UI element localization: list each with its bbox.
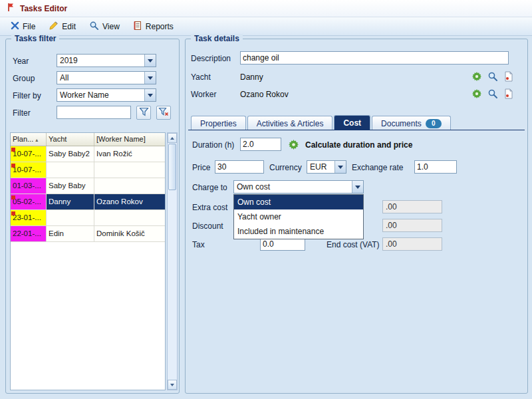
calculate-gear-icon[interactable] [287,138,300,151]
window-title: Tasks Editor [20,4,67,13]
table-row[interactable]: 22-01-... Edin Dominik Košič [11,226,165,242]
cell-yacht[interactable]: Edin [47,226,94,242]
menu-edit-label: Edit [62,22,76,31]
column-header-plan[interactable]: Plan... [11,133,47,146]
table-row[interactable]: 10-07-... [11,162,165,178]
menu-file-label: File [23,22,35,31]
dropdown-option-included-maintenance[interactable]: Included in maintenance [234,224,363,239]
discount-label: Discount [192,221,223,231]
table-header: Plan... Yacht [Worker Name] [11,133,165,146]
app-icon [7,3,15,14]
worker-search-icon[interactable] [486,87,499,100]
tab-cost[interactable]: Cost [334,115,370,130]
calculate-label: Calculate duration and price [305,140,412,150]
tax-input[interactable] [260,237,305,251]
task-details-panel: Task details Description Yacht Danny Wor… [185,39,528,394]
menu-bar: File Edit View Reports [0,17,532,36]
tab-properties[interactable]: Properties [191,116,246,130]
cell-plan[interactable]: 10-07-... [11,162,47,178]
charge-to-value: Own cost [234,182,352,192]
year-combo[interactable]: 2019 [57,54,156,67]
funnel-icon [139,107,149,118]
title-bar: Tasks Editor [0,0,532,17]
chevron-down-icon[interactable] [334,161,346,173]
cell-worker[interactable] [94,178,165,194]
cell-yacht[interactable]: Danny [47,194,94,210]
scroll-up-icon[interactable] [168,133,177,143]
column-header-worker[interactable]: [Worker Name] [94,133,165,146]
filterby-label: Filter by [13,91,41,100]
chevron-down-icon[interactable] [144,55,156,66]
yacht-settings-gear-icon[interactable] [470,70,483,83]
table-row[interactable]: 01-03-... Saby Baby [11,178,165,194]
charge-to-dropdown: Own cost Yacht owner Included in mainten… [233,194,364,239]
end-cost-field: .00 [382,237,442,251]
table-row[interactable]: 10-07-... Saby Baby2 Ivan Rožić [11,146,165,162]
currency-combo[interactable]: EUR [307,160,346,174]
currency-label: Currency [269,163,302,172]
pencil-icon [49,21,59,33]
cell-yacht[interactable]: Saby Baby [47,178,94,194]
group-combo[interactable]: All [57,71,156,84]
file-icon [11,21,19,32]
cell-plan[interactable]: 22-01-... [11,226,47,242]
cell-plan[interactable]: 05-02-... [11,194,47,210]
filter-input[interactable] [57,106,131,119]
worker-document-icon[interactable] [502,87,515,100]
description-input[interactable] [240,51,509,65]
cell-worker[interactable]: Dominik Košič [94,226,165,242]
yacht-label: Yacht [191,72,211,82]
tab-documents[interactable]: Documents 0 [372,116,451,130]
table-scrollbar[interactable] [167,132,178,390]
tasks-filter-title: Tasks filter [11,34,59,43]
currency-value: EUR [307,162,334,172]
cell-plan[interactable]: 23-01-... [11,210,47,226]
chevron-down-icon[interactable] [352,181,363,193]
duration-input[interactable] [240,138,281,151]
table-row-selected[interactable]: 05-02-... Danny Ozano Rokov [11,194,165,210]
chevron-down-icon[interactable] [144,89,156,101]
tab-activities-articles[interactable]: Activities & Articles [247,116,333,130]
documents-count-badge: 0 [426,119,442,128]
menu-reports-label: Reports [146,22,174,31]
charge-to-label: Charge to [192,183,227,192]
worker-settings-gear-icon[interactable] [470,87,483,100]
exchange-rate-label: Exchange rate [352,163,403,172]
marker-icon [11,211,15,215]
cell-worker[interactable] [94,162,165,178]
scrollbar-thumb[interactable] [168,144,176,190]
yacht-value: Danny [240,72,263,82]
dropdown-option-yacht-owner[interactable]: Yacht owner [234,209,363,224]
scroll-down-icon[interactable] [168,380,177,390]
price-input[interactable] [215,160,264,174]
cell-worker[interactable]: Ivan Rožić [94,146,165,162]
cell-plan[interactable]: 01-03-... [11,178,47,194]
menu-view[interactable]: View [84,18,128,35]
exchange-rate-input[interactable] [414,160,457,174]
tasks-filter-panel: Tasks filter Year 2019 Group All Filter … [5,39,180,394]
column-header-yacht[interactable]: Yacht [47,133,94,146]
apply-filter-button[interactable] [136,106,151,120]
filterby-combo[interactable]: Worker Name [57,88,156,102]
dropdown-option-own-cost[interactable]: Own cost [234,195,363,209]
menu-file[interactable]: File [5,19,43,35]
table-row[interactable]: 23-01-... [11,210,165,226]
cell-worker[interactable]: Ozano Rokov [94,194,165,210]
clear-filter-button[interactable] [156,106,171,120]
menu-edit[interactable]: Edit [43,18,84,35]
yacht-search-icon[interactable] [486,70,499,83]
charge-to-combo[interactable]: Own cost [233,180,364,194]
extra-cost-label: Extra cost [192,203,227,212]
cell-yacht[interactable] [47,210,94,226]
cell-plan[interactable]: 10-07-... [11,146,47,162]
cell-yacht[interactable] [47,162,94,178]
discount-field: .00 [382,219,442,232]
filter-label: Filter [13,108,31,118]
cell-worker[interactable] [94,210,165,226]
chevron-down-icon[interactable] [144,72,156,84]
cell-yacht[interactable]: Saby Baby2 [47,146,94,162]
menu-reports[interactable]: Reports [128,18,182,35]
tab-divider [188,130,525,130]
yacht-document-icon[interactable] [502,70,515,83]
magnifier-icon [89,21,99,33]
